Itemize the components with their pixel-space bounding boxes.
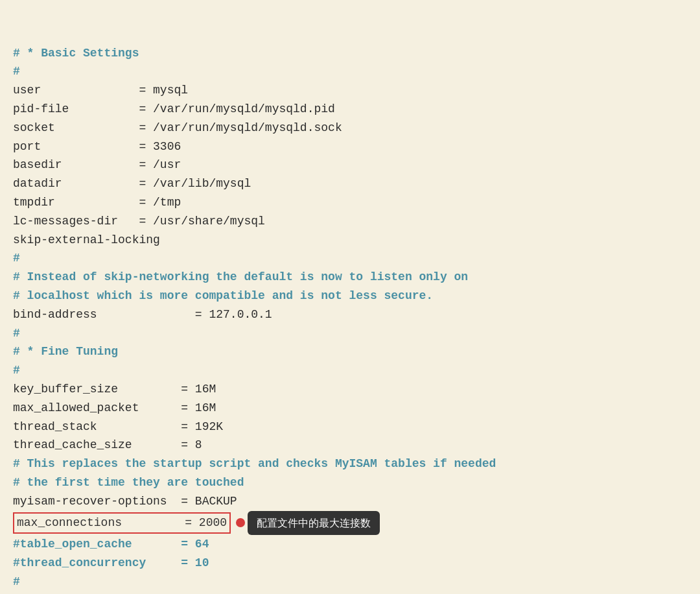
code-line: skip-external-locking xyxy=(13,231,687,250)
code-line: port = 3306 xyxy=(13,137,687,156)
comment-text: # localhost which is more compatible and… xyxy=(13,289,433,302)
code-line: basedir = /usr xyxy=(13,156,687,174)
code-line: # xyxy=(13,249,687,268)
code-line: tmpdir = /tmp xyxy=(13,193,687,212)
code-line: #table_open_cache = 64 xyxy=(13,535,687,554)
code-line: user = mysql xyxy=(13,81,687,100)
config-line: datadir = /var/lib/mysql xyxy=(13,177,251,190)
config-line: basedir = /usr xyxy=(13,158,181,171)
code-line: datadir = /var/lib/mysql xyxy=(13,174,687,193)
config-line: bind-address = 127.0.0.1 xyxy=(13,308,272,321)
config-line: tmpdir = /tmp xyxy=(13,196,181,209)
code-line: # * Query Cache Configuration xyxy=(13,591,687,595)
comment-text: # * Basic Settings xyxy=(13,47,139,60)
config-line: thread_cache_size = 8 xyxy=(13,438,202,451)
code-line: thread_stack = 192K xyxy=(13,418,687,436)
config-line: socket = /var/run/mysqld/mysqld.sock xyxy=(13,121,342,134)
comment-text: # This replaces the startup script and c… xyxy=(13,457,496,470)
highlighted-line: max_connections = 2000 xyxy=(13,512,231,534)
config-line: thread_stack = 192K xyxy=(13,420,223,433)
config-line: lc-messages-dir = /usr/share/mysql xyxy=(13,215,265,228)
code-line: # localhost which is more compatible and… xyxy=(13,287,687,305)
code-line: # xyxy=(13,324,687,343)
config-line: pid-file = /var/run/mysqld/mysqld.pid xyxy=(13,102,335,115)
code-line: lc-messages-dir = /usr/share/mysql xyxy=(13,212,687,231)
code-line: bind-address = 127.0.0.1 xyxy=(13,305,687,324)
comment-text: # xyxy=(13,364,20,377)
comment-text: # xyxy=(13,575,20,588)
comment-text: # * Fine Tuning xyxy=(13,345,118,358)
code-line: socket = /var/run/mysqld/mysqld.sock xyxy=(13,119,687,137)
config-line: user = mysql xyxy=(13,84,188,97)
code-line: max_allowed_packet = 16M xyxy=(13,399,687,418)
code-line: # xyxy=(13,62,687,81)
code-line: # This replaces the startup script and c… xyxy=(13,455,687,473)
annotation-bubble: 配置文件中的最大连接数 xyxy=(248,511,380,536)
config-line: port = 3306 xyxy=(13,140,181,153)
code-line: max_connections = 2000配置文件中的最大连接数 xyxy=(13,511,687,536)
config-line: key_buffer_size = 16M xyxy=(13,383,216,396)
comment-text: # xyxy=(13,65,20,78)
code-line: # xyxy=(13,361,687,380)
config-line: max_allowed_packet = 16M xyxy=(13,401,216,414)
annotation-dot xyxy=(236,518,245,527)
code-line: key_buffer_size = 16M xyxy=(13,380,687,399)
comment-text: # the first time they are touched xyxy=(13,476,244,489)
code-line: # Instead of skip-networking the default… xyxy=(13,268,687,287)
code-line: # xyxy=(13,573,687,591)
code-line: # * Fine Tuning xyxy=(13,342,687,361)
comment-text: # xyxy=(13,327,20,340)
code-line: # * Basic Settings xyxy=(13,44,687,63)
config-line: skip-external-locking xyxy=(13,233,160,246)
code-line: #thread_concurrency = 10 xyxy=(13,554,687,573)
comment-text: #thread_concurrency = 10 xyxy=(13,556,209,569)
code-line: myisam-recover-options = BACKUP xyxy=(13,492,687,511)
code-content: # * Basic Settings#user = mysqlpid-file … xyxy=(13,6,687,594)
comment-text: # xyxy=(13,252,20,265)
comment-text: # Instead of skip-networking the default… xyxy=(13,270,468,283)
comment-text: #table_open_cache = 64 xyxy=(13,538,209,551)
code-line: # the first time they are touched xyxy=(13,473,687,492)
code-line: thread_cache_size = 8 xyxy=(13,436,687,455)
config-line: myisam-recover-options = BACKUP xyxy=(13,495,237,508)
code-line: pid-file = /var/run/mysqld/mysqld.pid xyxy=(13,100,687,119)
